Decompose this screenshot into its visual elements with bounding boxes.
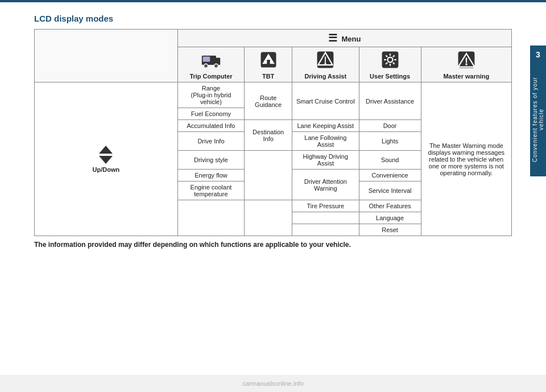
arrow-icon xyxy=(258,49,279,70)
updown-cell xyxy=(35,30,178,82)
user-row-4: Lights xyxy=(359,132,421,151)
chapter-number: 3 xyxy=(530,46,546,64)
driving-label: Driving Assist xyxy=(296,73,355,80)
trip-icon xyxy=(181,49,241,72)
tbt-row-1: Route Guidance xyxy=(245,82,292,120)
sidebar-text: Convenient features of your vehicle xyxy=(530,63,546,176)
driving-row-empty2 xyxy=(292,224,359,236)
master-warning-icon xyxy=(425,49,508,72)
tbt-row-2: Destination Info xyxy=(245,120,292,151)
trip-row-2: Fuel Economy xyxy=(177,108,244,120)
trip-row-3: Accumulated Info xyxy=(177,120,244,132)
truck-icon xyxy=(201,49,221,70)
trip-row-1: Range(Plug-in hybrid vehicle) xyxy=(177,82,244,108)
svg-rect-7 xyxy=(267,60,270,66)
warning-triangle-icon xyxy=(456,49,477,70)
trip-row-4: Drive Info xyxy=(177,132,244,151)
user-row-7: Service Interval xyxy=(359,181,421,200)
trip-row-7: Engine coolanttemperature xyxy=(177,181,244,200)
up-arrow[interactable] xyxy=(99,146,113,154)
gear-icon xyxy=(380,49,400,70)
lcd-modes-table: ☰ Menu T xyxy=(34,29,512,236)
watermark-bar: carmanualsonline.info xyxy=(0,375,546,392)
trip-label: Trip Computer xyxy=(181,73,241,80)
svg-rect-4 xyxy=(203,57,210,62)
footer-note: The information provided may differ depe… xyxy=(34,241,512,249)
trip-row-6: Energy flow xyxy=(177,170,244,181)
tbt-label: TBT xyxy=(248,73,288,80)
driving-row-4: Lane Following Assist xyxy=(292,132,359,151)
section-title: LCD display modes xyxy=(34,14,512,23)
user-row-3: Door xyxy=(359,120,421,132)
updown-label: Up/Down xyxy=(38,166,174,173)
user-icon xyxy=(363,49,417,72)
menu-header: ☰ Menu xyxy=(177,30,511,47)
updown-arrows xyxy=(38,146,174,164)
tbt-icon xyxy=(248,49,288,72)
driving-row-6: Driver AttentionWarning xyxy=(292,170,359,200)
user-row-1: Driver Assistance xyxy=(359,82,421,120)
trip-row-empty xyxy=(177,200,244,236)
user-row-10: Reset xyxy=(359,224,421,236)
page-content: LCD display modes ☰ Menu xyxy=(0,2,546,260)
master-header: Master warning xyxy=(421,47,511,82)
trip-row-5: Driving style xyxy=(177,151,244,170)
updown-control[interactable]: Up/Down xyxy=(35,82,178,236)
tbt-row-empty xyxy=(245,151,292,200)
driving-row-1: Smart Cruise Control xyxy=(292,82,359,120)
driving-header: Driving Assist xyxy=(292,47,359,82)
user-row-5: Sound xyxy=(359,151,421,170)
driving-row-8: Tire Pressure xyxy=(292,200,359,212)
down-arrow[interactable] xyxy=(99,156,113,164)
master-warning-description: The Master Warning mode displays warning… xyxy=(421,82,511,236)
driving-row-3: Lane Keeping Assist xyxy=(292,120,359,132)
menu-label: Menu xyxy=(342,35,361,43)
menu-icon: ☰ xyxy=(328,32,337,44)
user-row-9: Language xyxy=(359,212,421,224)
user-header: User Settings xyxy=(359,47,421,82)
svg-point-2 xyxy=(204,64,208,68)
driving-row-5: Highway DrivingAssist xyxy=(292,151,359,170)
watermark-text: carmanualsonline.info xyxy=(242,380,303,387)
user-row-6: Convenience xyxy=(359,170,421,181)
trip-computer-header: Trip Computer xyxy=(177,47,244,82)
tbt-row-empty2 xyxy=(245,200,292,236)
tbt-header: TBT xyxy=(245,47,292,82)
user-row-8: Other Features xyxy=(359,200,421,212)
driving-row-empty xyxy=(292,212,359,224)
driving-icon xyxy=(296,49,355,72)
user-label: User Settings xyxy=(363,73,417,80)
svg-point-25 xyxy=(465,63,468,65)
master-label: Master warning xyxy=(425,73,508,80)
svg-point-11 xyxy=(324,63,326,65)
svg-point-3 xyxy=(214,64,218,68)
road-icon xyxy=(315,49,336,70)
